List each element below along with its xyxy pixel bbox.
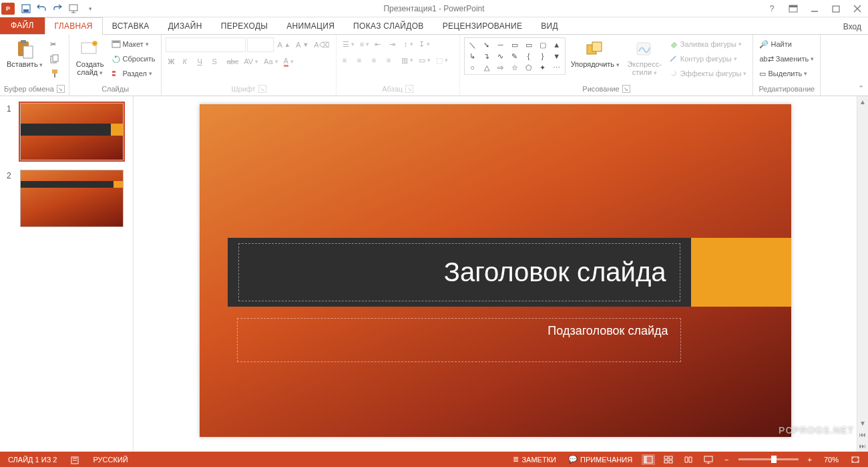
copy-button[interactable] [48, 52, 61, 65]
grow-font-button[interactable]: A▲ [275, 38, 292, 51]
reset-button[interactable]: Сбросить [110, 52, 158, 65]
tab-slideshow[interactable]: ПОКАЗ СЛАЙДОВ [344, 18, 433, 34]
font-combo[interactable] [166, 37, 246, 52]
shape-arrow-icon[interactable]: ➘ [480, 39, 493, 50]
clipboard-launcher-icon[interactable]: ↘ [57, 85, 65, 93]
thumbnail-1-preview[interactable] [20, 103, 124, 160]
thumbnail-2-preview[interactable] [20, 170, 124, 227]
shape-rect2-icon[interactable]: ▭ [522, 39, 535, 50]
subtitle-text[interactable]: Подзаголовок слайда [548, 324, 668, 338]
sign-in-link[interactable]: Вход [837, 19, 868, 34]
change-case-button[interactable]: Aa [262, 55, 280, 68]
slideshow-view-icon[interactable] [702, 454, 715, 465]
shape-more-icon[interactable]: ⋯ [550, 62, 564, 73]
undo-icon[interactable] [35, 1, 49, 16]
next-slide-icon[interactable]: ⏭ [857, 440, 868, 452]
tab-design[interactable]: ДИЗАЙН [159, 18, 212, 34]
replace-button[interactable]: ab⇄Заменить [757, 52, 816, 65]
shape-effects-button[interactable]: Эффекты фигуры [667, 67, 749, 80]
shape-curve-icon[interactable]: ∿ [494, 51, 507, 61]
clear-format-button[interactable]: A⌫ [312, 38, 331, 51]
shape-conn-icon[interactable]: ↳ [466, 51, 479, 61]
slide-edit-area[interactable]: Заголовок слайда Подзаголовок слайда PCP… [134, 96, 857, 452]
shape-brace-icon[interactable]: { [522, 51, 535, 61]
shape-arrowr-icon[interactable]: ⇨ [494, 62, 507, 73]
shape-plus-icon[interactable]: ✦ [536, 62, 550, 73]
bold-button[interactable]: Ж [166, 55, 179, 68]
tab-home[interactable]: ГЛАВНАЯ [45, 17, 103, 35]
italic-button[interactable]: К [180, 55, 194, 68]
title-text[interactable]: Заголовок слайда [444, 257, 666, 287]
thumbnail-1[interactable]: 1 [7, 103, 126, 160]
paste-button[interactable]: Вставить [4, 37, 45, 70]
shape-brace2-icon[interactable]: } [536, 51, 550, 61]
shape-outline-button[interactable]: Контур фигуры [667, 52, 749, 65]
align-center-button[interactable]: ≡ [355, 53, 369, 67]
shape-tri-icon[interactable]: △ [480, 62, 493, 73]
qat-customize-icon[interactable] [83, 1, 97, 16]
maximize-icon[interactable] [827, 1, 845, 16]
font-color-button[interactable]: A [282, 55, 296, 68]
minimize-icon[interactable] [805, 1, 824, 16]
strike-button[interactable]: abc [224, 55, 240, 68]
vertical-scrollbar[interactable]: ▲ ▼ ⏮ ⏭ [857, 96, 868, 452]
tab-view[interactable]: ВИД [531, 18, 568, 34]
scroll-up-icon[interactable]: ▲ [857, 96, 868, 108]
prev-slide-icon[interactable]: ⏮ [857, 429, 868, 440]
subtitle-placeholder[interactable]: Подзаголовок слайда [237, 318, 681, 362]
normal-view-icon[interactable] [642, 454, 655, 465]
shape-star-icon[interactable]: ☆ [508, 62, 521, 73]
start-slideshow-icon[interactable] [67, 1, 81, 16]
shape-roundrect-icon[interactable]: ▢ [536, 39, 550, 50]
slide-thumbnail-panel[interactable]: 1 2 [0, 96, 134, 452]
shape-oval-icon[interactable]: ○ [466, 62, 479, 73]
comments-button[interactable]: 💬ПРИМЕЧАНИЯ [566, 454, 635, 465]
drawing-launcher-icon[interactable]: ↘ [622, 85, 630, 93]
shape-down-icon[interactable]: ▼ [550, 51, 564, 61]
columns-button[interactable]: ▥ [399, 53, 415, 67]
new-slide-button[interactable]: Создать слайд [73, 37, 107, 78]
align-left-button[interactable]: ≡ [341, 53, 354, 67]
paragraph-launcher-icon[interactable]: ↘ [405, 85, 413, 93]
shape-rect-icon[interactable]: ▭ [508, 39, 521, 50]
align-right-button[interactable]: ≡ [370, 53, 383, 67]
shape-line-icon[interactable]: ＼ [466, 39, 479, 50]
tab-file[interactable]: ФАЙЛ [0, 17, 45, 34]
decrease-indent-button[interactable]: ⇤ [373, 37, 386, 51]
find-button[interactable]: 🔎Найти [757, 37, 816, 51]
spellcheck-icon[interactable] [67, 454, 82, 466]
tab-review[interactable]: РЕЦЕНЗИРОВАНИЕ [433, 18, 532, 34]
line-spacing-button[interactable]: ↕ [402, 37, 415, 51]
shadow-button[interactable]: S [210, 55, 223, 68]
shapes-gallery[interactable]: ＼ ➘ ─ ▭ ▭ ▢ ▲ ↳ ↴ ∿ ✎ { } ▼ ○ △ ⇨ ☆ ⬠ ✦ [464, 37, 566, 75]
text-direction-button[interactable]: ↧ [417, 37, 432, 51]
shrink-font-button[interactable]: A▼ [294, 38, 310, 51]
shape-free-icon[interactable]: ✎ [508, 51, 521, 61]
zoom-slider[interactable] [738, 458, 799, 460]
reading-view-icon[interactable] [682, 454, 695, 465]
ribbon-display-icon[interactable] [784, 1, 803, 16]
thumbnail-2[interactable]: 2 [7, 170, 126, 227]
justify-button[interactable]: ≡ [385, 53, 398, 67]
tab-transitions[interactable]: ПЕРЕХОДЫ [212, 18, 277, 34]
shape-elbow-icon[interactable]: ↴ [480, 51, 493, 61]
slide-canvas[interactable]: Заголовок слайда Подзаголовок слайда [200, 104, 791, 437]
zoom-in-icon[interactable]: + [805, 454, 815, 465]
section-button[interactable]: Раздел [110, 67, 158, 80]
slide-counter[interactable]: СЛАЙД 1 ИЗ 2 [5, 454, 59, 465]
fit-to-window-icon[interactable] [848, 454, 863, 465]
scroll-down-icon[interactable]: ▼ [857, 418, 868, 429]
shape-line2-icon[interactable]: ─ [494, 39, 507, 50]
layout-button[interactable]: Макет [110, 37, 158, 51]
save-icon[interactable] [19, 1, 33, 16]
font-launcher-icon[interactable]: ↘ [258, 85, 266, 93]
zoom-out-icon[interactable]: − [722, 454, 731, 465]
smartart-button[interactable]: ⬚ [434, 53, 450, 67]
char-spacing-button[interactable]: AV [242, 55, 260, 68]
redo-icon[interactable] [51, 1, 65, 16]
shape-callout-icon[interactable]: ⬠ [522, 62, 535, 73]
zoom-level[interactable]: 70% [821, 454, 841, 465]
select-button[interactable]: ▭Выделить [757, 67, 816, 80]
shape-fill-button[interactable]: Заливка фигуры [667, 37, 749, 51]
cut-button[interactable]: ✂ [48, 37, 61, 51]
